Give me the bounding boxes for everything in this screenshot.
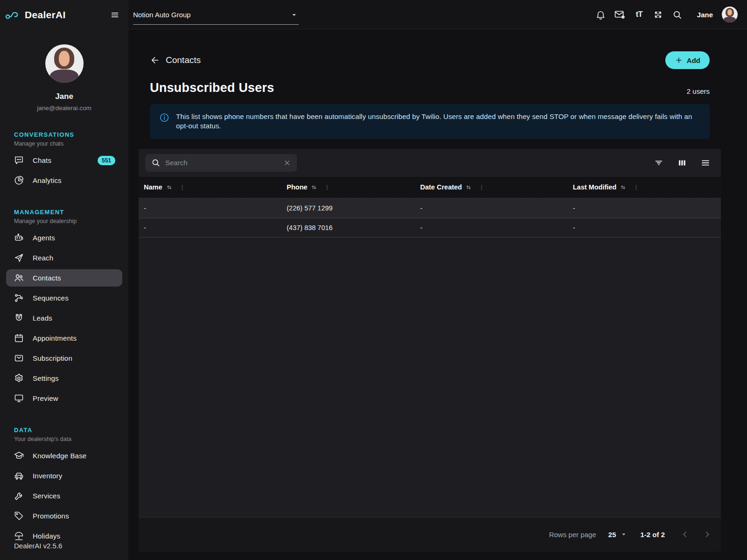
- sidebar-item-subscription[interactable]: Subscription: [6, 350, 122, 367]
- sidebar-item-settings[interactable]: Settings: [6, 370, 122, 387]
- search-input[interactable]: [165, 159, 278, 167]
- table-row[interactable]: -(226) 577 1299--: [139, 198, 721, 218]
- sidebar-item-agents[interactable]: Agents: [6, 229, 122, 246]
- topbar-brand-area: DealerAI: [0, 0, 128, 29]
- menu-icon[interactable]: [110, 10, 120, 20]
- sidebar-item-sequences[interactable]: Sequences: [6, 289, 122, 307]
- cell-last-modified: -: [573, 224, 721, 231]
- search-icon[interactable]: [671, 8, 684, 21]
- dealerai-logo-icon: [5, 9, 21, 20]
- pie-chart-icon: [13, 175, 24, 186]
- sidebar: Jane jane@dealerai.com CONVERSATIONS Man…: [0, 29, 128, 560]
- add-button[interactable]: Add: [665, 51, 710, 69]
- column-header-name[interactable]: Name: [144, 183, 287, 191]
- sort-icon[interactable]: [619, 183, 627, 191]
- column-header-date-created[interactable]: Date Created: [420, 183, 573, 191]
- table-row[interactable]: -(437) 838 7016--: [139, 218, 721, 238]
- sidebar-item-leads[interactable]: Leads: [6, 309, 122, 327]
- graduation-cap-icon: [13, 450, 24, 462]
- column-menu-icon[interactable]: [633, 184, 640, 191]
- sidebar-item-preview[interactable]: Preview: [6, 390, 122, 407]
- brand-name: DealerAI: [25, 9, 66, 21]
- profile-email: jane@dealerai.com: [0, 105, 128, 112]
- table-search-box: [145, 154, 297, 172]
- column-menu-icon[interactable]: [478, 184, 485, 191]
- next-page-icon[interactable]: [701, 528, 713, 540]
- magnet-icon: [13, 313, 24, 324]
- sidebar-item-inventory[interactable]: Inventory: [6, 467, 122, 484]
- rows-per-page-label: Rows per page: [549, 531, 596, 539]
- sort-icon[interactable]: [310, 183, 318, 191]
- section-subtitle: Your dealership's data: [14, 436, 114, 442]
- sort-icon[interactable]: [465, 183, 472, 191]
- topbar: DealerAI Notion Auto Group tT: [0, 0, 747, 29]
- sidebar-item-knowledge-base[interactable]: Knowledge Base: [6, 447, 122, 464]
- sidebar-item-appointments[interactable]: Appointments: [6, 329, 122, 347]
- cell-last-modified: -: [573, 204, 721, 212]
- profile-name: Jane: [0, 92, 128, 101]
- table-body: -(226) 577 1299---(437) 838 7016--: [139, 198, 721, 238]
- user-count: 2 users: [687, 87, 710, 95]
- info-icon: [159, 112, 169, 123]
- filter-icon[interactable]: [653, 157, 665, 169]
- sidebar-item-reach[interactable]: Reach: [6, 249, 122, 266]
- section-subtitle: Manage your chats: [14, 140, 114, 147]
- pagination-range: 1-2 of 2: [640, 531, 665, 539]
- car-icon: [13, 470, 24, 482]
- contacts-table: Name Phone Date Created Last Modified -(…: [139, 149, 721, 552]
- fullscreen-icon[interactable]: [652, 8, 664, 21]
- user-avatar[interactable]: [722, 7, 738, 22]
- chat-bubble-icon: [13, 155, 24, 166]
- wrench-icon: [13, 490, 24, 502]
- monitor-icon: [13, 393, 24, 404]
- notifications-bell-icon[interactable]: [595, 8, 607, 21]
- section-title: DATA: [14, 427, 114, 434]
- profile-avatar[interactable]: [45, 44, 84, 83]
- sidebar-item-analytics[interactable]: Analytics: [6, 172, 122, 189]
- section-subtitle: Manage your dealership: [14, 218, 114, 224]
- sidebar-item-services[interactable]: Services: [6, 487, 122, 504]
- topbar-actions: tT Jane: [595, 7, 738, 22]
- mail-settings-icon[interactable]: [614, 8, 626, 21]
- paper-plane-icon: [13, 252, 24, 264]
- section-title: MANAGEMENT: [14, 209, 114, 216]
- column-menu-icon[interactable]: [324, 184, 331, 191]
- sidebar-item-promotions[interactable]: Promotions: [6, 507, 122, 525]
- sidebar-profile: Jane jane@dealerai.com: [0, 44, 128, 112]
- add-button-label: Add: [687, 56, 700, 64]
- columns-icon[interactable]: [676, 157, 688, 169]
- caret-down-icon: [620, 530, 628, 539]
- cell-phone: (226) 577 1299: [287, 204, 420, 212]
- robot-icon: [13, 232, 24, 244]
- nav-section-conversations: CONVERSATIONS Manage your chats Chats551…: [0, 131, 128, 189]
- clear-search-icon[interactable]: [283, 159, 291, 167]
- back-button[interactable]: Contacts: [150, 55, 201, 65]
- column-header-last-modified[interactable]: Last Modified: [573, 183, 721, 191]
- rows-per-page-select[interactable]: 25: [608, 530, 628, 539]
- topbar-user-name: Jane: [697, 11, 713, 19]
- column-menu-icon[interactable]: [179, 184, 186, 191]
- table-footer: Rows per page 25 1-2 of 2: [139, 517, 721, 552]
- sidebar-nav: CONVERSATIONS Manage your chats Chats551…: [0, 131, 128, 545]
- previous-page-icon[interactable]: [679, 528, 691, 540]
- plus-icon: [675, 56, 683, 64]
- app-version: DealerAI v2.5.6: [14, 542, 62, 550]
- density-icon[interactable]: [699, 157, 712, 169]
- gear-icon: [13, 373, 24, 384]
- page-title: Unsubscribed Users: [150, 81, 274, 95]
- caret-down-icon: [289, 10, 299, 20]
- cell-date-created: -: [420, 224, 573, 231]
- cell-date-created: -: [420, 204, 573, 212]
- cell-phone: (437) 838 7016: [287, 224, 420, 231]
- dealership-select[interactable]: Notion Auto Group: [133, 5, 299, 25]
- sidebar-item-contacts[interactable]: Contacts: [6, 269, 122, 287]
- column-header-phone[interactable]: Phone: [287, 183, 420, 191]
- text-size-icon[interactable]: tT: [633, 8, 645, 21]
- back-label: Contacts: [166, 55, 201, 65]
- sort-icon[interactable]: [165, 183, 173, 191]
- section-title: CONVERSATIONS: [14, 131, 114, 138]
- sidebar-item-chats[interactable]: Chats551: [6, 152, 122, 169]
- calendar-icon: [13, 333, 24, 344]
- people-icon: [13, 273, 24, 284]
- inbox-icon: [13, 353, 24, 364]
